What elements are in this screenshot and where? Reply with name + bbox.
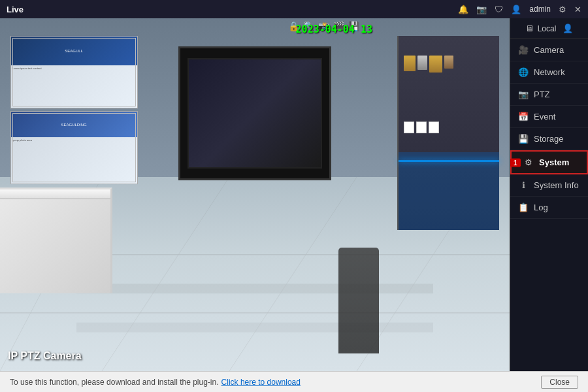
- menu-item-storage[interactable]: 💾 Storage: [510, 128, 588, 150]
- top-bar-right: 🔔 📷 🛡 👤 admin ⚙ ✕: [458, 5, 581, 14]
- svg-line-3: [102, 177, 229, 371]
- camera-label: IP PTZ Camera: [8, 350, 82, 362]
- right-panel: 🖥 Local 👤 🎥 Camera 🌐 Network 📷 PTZ 📅 Eve…: [510, 18, 588, 371]
- user-icon[interactable]: 👤: [511, 5, 521, 14]
- shield-icon[interactable]: 🛡: [495, 5, 503, 14]
- local-section: 🖥 Local 👤: [510, 18, 588, 39]
- plugin-text: To use this function, please download an…: [10, 378, 219, 387]
- local-label: Local: [538, 24, 557, 33]
- bell-icon[interactable]: 🔔: [458, 5, 468, 14]
- poster-1: SEAGULL Lorem ipsum text content: [10, 36, 138, 108]
- camera-feed: 🔒 🔍 📸 🎬 💾 ⋯: [0, 18, 510, 371]
- menu-item-event[interactable]: 📅 Event: [510, 106, 588, 128]
- camera-menu-label: Camera: [534, 45, 564, 55]
- top-bar: Live 🔔 📷 🛡 👤 admin ⚙ ✕: [0, 0, 588, 18]
- badge-1: 1: [510, 158, 521, 167]
- system-menu-label: System: [539, 157, 569, 167]
- log-menu-icon: 📋: [518, 203, 529, 212]
- camera-icon-top[interactable]: 📷: [476, 5, 487, 14]
- right-shelf: [397, 36, 499, 230]
- menu-item-camera[interactable]: 🎥 Camera: [510, 39, 588, 61]
- menu-item-network[interactable]: 🌐 Network: [510, 61, 588, 84]
- local-icon: 🖥: [525, 24, 534, 33]
- person-icon: 👤: [563, 24, 573, 33]
- svg-rect-7: [76, 323, 433, 333]
- menu-item-log[interactable]: 📋 Log: [510, 197, 588, 219]
- scene: SEAGULL Lorem ipsum text content SEAGULD…: [0, 18, 510, 371]
- menu-item-system[interactable]: 1 ⚙ System: [510, 150, 588, 174]
- admin-label: admin: [529, 5, 551, 14]
- storage-menu-icon: 💾: [518, 134, 529, 144]
- plugin-message: To use this function, please download an…: [10, 378, 301, 387]
- event-menu-icon: 📅: [518, 112, 529, 122]
- system-info-menu-icon: ℹ: [518, 180, 529, 190]
- app-title-area: Live: [7, 5, 24, 14]
- timestamp: 2023-04-04 13: [296, 24, 372, 35]
- poster-area: SEAGULL Lorem ipsum text content SEAGULD…: [10, 36, 138, 184]
- app-title: Live: [7, 5, 24, 14]
- network-menu-icon: 🌐: [518, 67, 529, 77]
- ptz-menu-icon: 📷: [518, 90, 529, 99]
- menu-item-system-info[interactable]: ℹ System Info: [510, 174, 588, 197]
- chair: [338, 248, 379, 353]
- close-icon-top[interactable]: ✕: [574, 5, 581, 14]
- storage-menu-label: Storage: [534, 134, 564, 144]
- settings-icon[interactable]: ⚙: [559, 5, 566, 14]
- poster-2: SEAGULDING group photo area: [10, 111, 138, 184]
- camera-menu-icon: 🎥: [518, 45, 529, 55]
- network-menu-label: Network: [534, 67, 565, 77]
- menu-item-ptz[interactable]: 📷 PTZ: [510, 84, 588, 106]
- svg-rect-6: [76, 284, 433, 293]
- svg-line-4: [229, 177, 357, 371]
- system-info-menu-label: System Info: [534, 180, 579, 190]
- main-area: 🔒 🔍 📸 🎬 💾 ⋯: [0, 18, 588, 371]
- reception-desk: [0, 188, 112, 293]
- close-button[interactable]: Close: [541, 376, 578, 389]
- event-menu-label: Event: [534, 112, 555, 122]
- download-link[interactable]: Click here to download: [221, 378, 301, 387]
- tv-display: [178, 46, 331, 180]
- ptz-menu-label: PTZ: [534, 90, 550, 99]
- tv-screen: [188, 58, 321, 169]
- system-menu-icon: ⚙: [523, 157, 534, 167]
- bottom-bar: To use this function, please download an…: [0, 371, 588, 392]
- log-menu-label: Log: [534, 203, 548, 212]
